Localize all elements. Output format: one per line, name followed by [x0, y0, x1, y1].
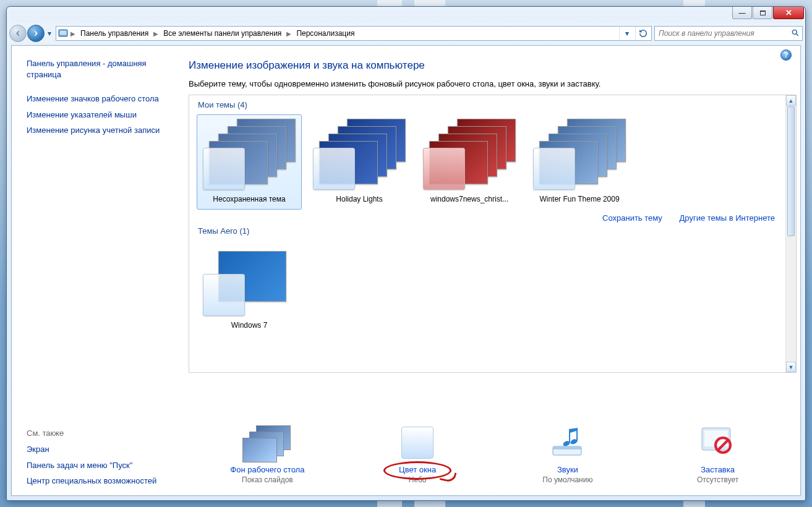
option-sub: Небо [349, 475, 485, 484]
page-description: Выберите тему, чтобы одновременно измени… [189, 79, 797, 88]
main-panel: ? Изменение изображения и звука на компь… [173, 46, 800, 495]
option-window-color[interactable]: Цвет окна Небо [349, 423, 485, 484]
control-panel-icon [58, 28, 69, 39]
option-screensaver[interactable]: Заставка Отсутствует [650, 423, 786, 484]
theme-item[interactable]: windows7news_christ... [417, 114, 522, 210]
option-link[interactable]: Звуки [500, 465, 636, 474]
title-bar[interactable]: — ✕ [7, 7, 805, 23]
breadcrumb-item[interactable]: Панель управления [77, 27, 152, 40]
screensaver-icon [650, 423, 786, 462]
sidebar-link[interactable]: Изменение рисунка учетной записи [27, 122, 166, 138]
nav-toolbar: ▾ ▶ Панель управления ▶ Все элементы пан… [7, 23, 805, 44]
theme-item[interactable]: Winter Fun Theme 2009 [527, 114, 632, 210]
scrollbar[interactable]: ▲ ▼ [785, 95, 796, 372]
themes-list: Мои темы (4) Несохраненная тема [189, 95, 797, 373]
search-input[interactable] [657, 28, 791, 38]
more-themes-link[interactable]: Другие темы в Интернете [680, 213, 776, 223]
theme-label: Winter Fun Theme 2009 [530, 195, 629, 204]
section-aero-themes: Темы Aero (1) [198, 226, 790, 236]
svg-point-2 [792, 30, 797, 34]
chevron-right-icon[interactable]: ▶ [70, 30, 76, 37]
chevron-right-icon[interactable]: ▶ [286, 30, 292, 37]
back-button[interactable] [9, 25, 27, 42]
option-link[interactable]: Фон рабочего стола [199, 465, 335, 474]
option-desktop-background[interactable]: Фон рабочего стола Показ слайдов [199, 423, 335, 484]
desktop-background-icon [199, 423, 335, 462]
option-link[interactable]: Заставка [650, 465, 786, 474]
theme-thumbnail-icon [313, 119, 406, 190]
help-icon[interactable]: ? [780, 49, 792, 61]
theme-item-windows7[interactable]: Windows 7 [197, 241, 302, 336]
option-sub: По умолчанию [500, 475, 636, 484]
scroll-thumb[interactable] [787, 106, 795, 236]
breadcrumb-item[interactable]: Все элементы панели управления [160, 27, 284, 40]
option-link[interactable]: Цвет окна [349, 465, 485, 474]
address-dropdown[interactable]: ▾ [619, 27, 634, 40]
sidebar: Панель управления - домашняя страница Из… [12, 46, 173, 495]
page-title: Изменение изображения и звука на компьют… [189, 59, 797, 72]
theme-item[interactable]: Holiday Lights [307, 114, 412, 210]
theme-thumbnail-icon [533, 119, 626, 190]
refresh-button[interactable] [635, 27, 650, 40]
option-sub: Отсутствует [650, 475, 786, 484]
search-icon[interactable] [791, 28, 800, 39]
sidebar-link[interactable]: Панель задач и меню "Пуск" [27, 458, 166, 474]
close-button[interactable]: ✕ [773, 7, 804, 19]
maximize-button[interactable] [753, 7, 772, 19]
theme-label: Windows 7 [200, 321, 299, 330]
theme-label: Несохраненная тема [200, 195, 299, 204]
search-field[interactable] [654, 26, 803, 41]
theme-label: Holiday Lights [310, 195, 409, 204]
save-theme-link[interactable]: Сохранить тему [602, 213, 662, 223]
option-sub: Показ слайдов [199, 475, 335, 484]
minimize-button[interactable]: — [732, 7, 752, 19]
svg-rect-4 [553, 446, 581, 449]
nav-history-dropdown[interactable]: ▾ [45, 27, 53, 40]
forward-button[interactable] [27, 25, 45, 42]
sidebar-link[interactable]: Изменение указателей мыши [27, 107, 166, 123]
window-frame: — ✕ ▾ ▶ Панель управления ▶ Все элементы… [6, 6, 806, 501]
sidebar-home-link[interactable]: Панель управления - домашняя страница [27, 56, 166, 82]
scroll-down-button[interactable]: ▼ [786, 362, 796, 372]
theme-item-unsaved[interactable]: Несохраненная тема [197, 114, 302, 210]
section-my-themes: Мои темы (4) [198, 100, 790, 109]
option-sounds[interactable]: Звуки По умолчанию [500, 423, 636, 484]
theme-label: windows7news_christ... [420, 195, 519, 204]
theme-thumbnail-icon [423, 119, 516, 190]
window-color-icon [349, 423, 485, 462]
sidebar-link[interactable]: Экран [27, 441, 166, 458]
sidebar-link[interactable]: Изменение значков рабочего стола [27, 91, 166, 107]
theme-thumbnail-icon [203, 119, 296, 190]
chevron-right-icon[interactable]: ▶ [153, 30, 159, 37]
scroll-up-button[interactable]: ▲ [786, 95, 796, 106]
sidebar-link[interactable]: Центр специальных возможностей [27, 473, 166, 489]
svg-rect-1 [60, 31, 67, 35]
theme-thumbnail-icon [203, 245, 296, 316]
sounds-icon [500, 423, 636, 462]
see-also-heading: См. также [27, 426, 166, 441]
breadcrumb-item[interactable]: Персонализация [293, 27, 357, 40]
bottom-options-row: Фон рабочего стола Показ слайдов Цвет ок… [189, 412, 797, 487]
address-bar[interactable]: ▶ Панель управления ▶ Все элементы панел… [56, 26, 652, 41]
